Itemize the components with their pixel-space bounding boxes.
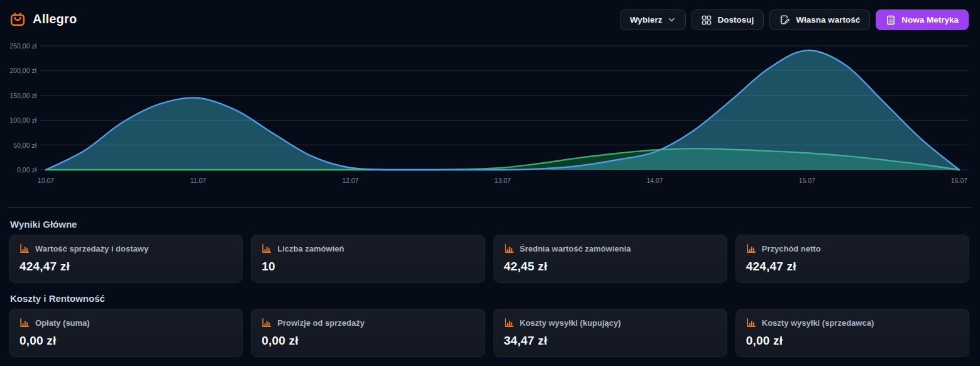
x-tick-label: 11.07 <box>179 177 217 184</box>
dostosuj-button[interactable]: Dostosuj <box>691 9 764 30</box>
metric-card: Liczba zamówień10 <box>251 235 485 283</box>
metric-card: Wartość sprzedaży i dostawy424,47 zł <box>9 235 243 283</box>
bar-chart-icon <box>504 318 514 328</box>
bar-chart-icon <box>504 243 514 254</box>
y-tick-label: 100,00 zł <box>0 116 36 124</box>
dostosuj-label: Dostosuj <box>717 15 754 25</box>
metric-label: Liczba zamówień <box>277 244 344 253</box>
metric-label: Koszty wysyłki (kupujący) <box>520 318 621 328</box>
metric-card: Prowizje od sprzedaży0,00 zł <box>251 309 485 357</box>
chevron-down-icon <box>668 16 676 24</box>
x-tick-label: 15.07 <box>788 177 826 184</box>
nowa-metryka-label: Nowa Metryka <box>901 15 959 25</box>
metric-value: 34,47 zł <box>504 334 717 348</box>
y-tick-label: 250,00 zł <box>0 42 36 50</box>
metric-label: Opłaty (suma) <box>35 318 90 328</box>
wybierz-dropdown[interactable]: Wybierz <box>620 9 686 30</box>
metric-label: Koszty wysyłki (sprzedawca) <box>762 318 874 328</box>
brand: Allegro <box>9 10 77 28</box>
metric-value: 10 <box>262 260 474 274</box>
bar-chart-icon <box>746 243 756 254</box>
area-chart: 250,00 zł200,00 zł150,00 zł100,00 zł50,0… <box>0 38 980 186</box>
bar-chart-icon <box>19 318 30 328</box>
grid-layout-icon <box>702 15 712 25</box>
metric-card: Koszty wysyłki (sprzedawca)0,00 zł <box>735 309 969 357</box>
metric-value: 0,00 zł <box>19 334 232 348</box>
metric-value: 0,00 zł <box>746 334 959 348</box>
bar-chart-icon <box>262 318 272 328</box>
section-title-wyniki: Wyniki Główne <box>10 219 77 230</box>
y-tick-label: 0,00 zł <box>0 166 36 174</box>
metrics-grid-wyniki: Wartość sprzedaży i dostawy424,47 złLicz… <box>9 235 969 283</box>
metric-value: 0,00 zł <box>262 334 474 348</box>
x-tick-label: 10.07 <box>27 177 65 184</box>
metric-label: Prowizje od sprzedaży <box>277 318 365 328</box>
metrics-grid-koszty: Opłaty (suma)0,00 złProwizje od sprzedaż… <box>9 309 969 357</box>
header: Allegro Wybierz Dostosuj <box>0 0 980 38</box>
wlasna-wartosc-button[interactable]: Własna wartość <box>769 9 870 30</box>
bar-chart-icon <box>19 243 30 254</box>
nowa-metryka-button[interactable]: Nowa Metryka <box>876 9 969 30</box>
section-divider <box>9 208 971 208</box>
x-tick-label: 13.07 <box>484 177 522 184</box>
metric-card: Koszty wysyłki (kupujący)34,47 zł <box>493 309 727 357</box>
blue-metric-area <box>46 50 959 170</box>
x-tick-label: 12.07 <box>331 177 369 184</box>
chart-canvas <box>0 38 980 172</box>
metric-card: Opłaty (suma)0,00 zł <box>9 309 243 357</box>
metric-card: Średnia wartość zamówienia42,45 zł <box>493 235 727 283</box>
note-pen-icon <box>779 14 790 25</box>
wlasna-wartosc-label: Własna wartość <box>796 15 860 25</box>
calculator-icon <box>886 15 896 25</box>
metric-value: 424,47 zł <box>746 260 959 274</box>
wybierz-label: Wybierz <box>630 15 663 25</box>
metric-value: 42,45 zł <box>504 260 717 274</box>
y-tick-label: 150,00 zł <box>0 92 36 99</box>
header-toolbar: Wybierz Dostosuj <box>620 9 969 30</box>
shopping-bag-icon <box>9 10 26 28</box>
metric-label: Średnia wartość zamówienia <box>520 244 631 253</box>
metric-card: Przychód netto424,47 zł <box>735 235 969 283</box>
y-tick-label: 50,00 zł <box>0 141 36 149</box>
section-title-koszty: Koszty i Rentowność <box>10 293 105 304</box>
page-title: Allegro <box>33 12 77 26</box>
metric-label: Przychód netto <box>762 244 821 253</box>
bar-chart-icon <box>746 318 756 328</box>
metric-value: 424,47 zł <box>19 260 232 274</box>
bar-chart-icon <box>262 243 272 254</box>
y-tick-label: 200,00 zł <box>0 67 36 74</box>
x-tick-label: 14.07 <box>636 177 674 184</box>
metric-label: Wartość sprzedaży i dostawy <box>35 244 148 253</box>
x-tick-label: 16.07 <box>940 177 978 184</box>
